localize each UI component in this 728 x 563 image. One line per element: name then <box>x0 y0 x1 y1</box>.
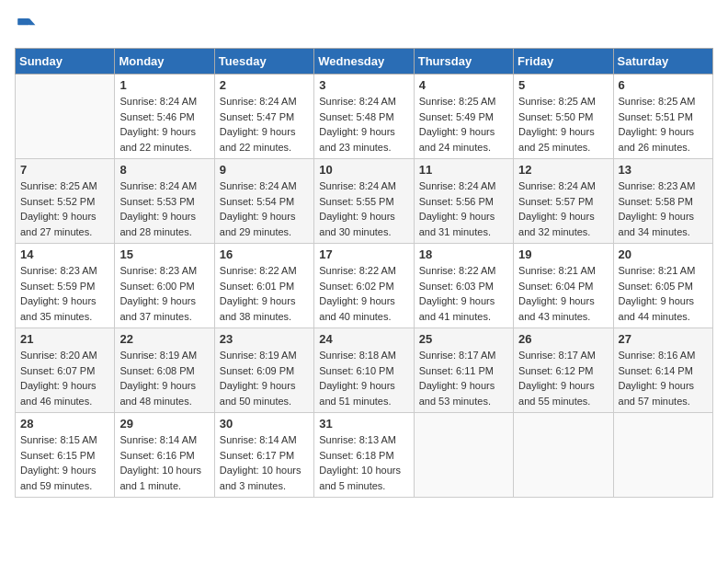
calendar-cell: 13Sunrise: 8:23 AMSunset: 5:58 PMDayligh… <box>613 159 712 244</box>
day-number: 24 <box>319 332 408 346</box>
calendar-cell: 12Sunrise: 8:24 AMSunset: 5:57 PMDayligh… <box>514 159 613 244</box>
day-info: Sunrise: 8:24 AMSunset: 5:55 PMDaylight:… <box>319 178 408 239</box>
day-info: Sunrise: 8:17 AMSunset: 6:12 PMDaylight:… <box>518 348 608 408</box>
calendar-cell: 27Sunrise: 8:16 AMSunset: 6:14 PMDayligh… <box>613 328 712 413</box>
day-info: Sunrise: 8:25 AMSunset: 5:50 PMDaylight:… <box>518 94 608 155</box>
day-info: Sunrise: 8:24 AMSunset: 5:54 PMDaylight:… <box>220 178 309 239</box>
day-number: 31 <box>319 417 408 431</box>
calendar-cell: 24Sunrise: 8:18 AMSunset: 6:10 PMDayligh… <box>314 328 414 413</box>
calendar-cell: 5Sunrise: 8:25 AMSunset: 5:50 PMDaylight… <box>514 75 613 159</box>
calendar-cell: 16Sunrise: 8:22 AMSunset: 6:01 PMDayligh… <box>214 244 313 328</box>
day-number: 18 <box>419 247 508 261</box>
calendar-table: SundayMondayTuesdayWednesdayThursdayFrid… <box>15 48 713 498</box>
weekday-header-friday: Friday <box>514 49 613 75</box>
calendar-week-row: 1Sunrise: 8:24 AMSunset: 5:46 PMDaylight… <box>16 75 713 159</box>
weekday-header-row: SundayMondayTuesdayWednesdayThursdayFrid… <box>16 49 713 75</box>
calendar-cell <box>613 413 712 498</box>
day-info: Sunrise: 8:25 AMSunset: 5:49 PMDaylight:… <box>419 94 508 155</box>
weekday-header-wednesday: Wednesday <box>314 49 414 75</box>
day-number: 25 <box>419 332 508 346</box>
day-info: Sunrise: 8:18 AMSunset: 6:10 PMDaylight:… <box>319 348 408 408</box>
calendar-cell: 9Sunrise: 8:24 AMSunset: 5:54 PMDaylight… <box>214 159 313 244</box>
day-info: Sunrise: 8:24 AMSunset: 5:53 PMDaylight:… <box>119 178 209 239</box>
weekday-header-monday: Monday <box>115 49 214 75</box>
day-number: 6 <box>619 78 708 92</box>
day-info: Sunrise: 8:21 AMSunset: 6:05 PMDaylight:… <box>619 263 708 324</box>
calendar-cell: 30Sunrise: 8:14 AMSunset: 6:17 PMDayligh… <box>214 413 313 498</box>
day-info: Sunrise: 8:23 AMSunset: 5:59 PMDaylight:… <box>20 263 109 324</box>
day-number: 9 <box>220 163 309 177</box>
day-info: Sunrise: 8:13 AMSunset: 6:18 PMDaylight:… <box>319 432 408 493</box>
day-number: 7 <box>20 163 109 177</box>
day-info: Sunrise: 8:21 AMSunset: 6:04 PMDaylight:… <box>518 263 608 324</box>
day-info: Sunrise: 8:19 AMSunset: 6:09 PMDaylight:… <box>220 348 309 408</box>
page-header <box>15 15 713 37</box>
day-info: Sunrise: 8:14 AMSunset: 6:16 PMDaylight:… <box>119 432 209 493</box>
day-number: 10 <box>319 163 408 177</box>
calendar-cell: 15Sunrise: 8:23 AMSunset: 6:00 PMDayligh… <box>115 244 214 328</box>
day-info: Sunrise: 8:17 AMSunset: 6:11 PMDaylight:… <box>419 348 508 408</box>
svg-rect-1 <box>17 18 29 25</box>
day-info: Sunrise: 8:19 AMSunset: 6:08 PMDaylight:… <box>119 348 209 408</box>
calendar-cell: 4Sunrise: 8:25 AMSunset: 5:49 PMDaylight… <box>414 75 513 159</box>
calendar-cell: 17Sunrise: 8:22 AMSunset: 6:02 PMDayligh… <box>314 244 414 328</box>
day-number: 8 <box>119 163 209 177</box>
calendar-cell: 3Sunrise: 8:24 AMSunset: 5:48 PMDaylight… <box>314 75 414 159</box>
calendar-cell: 25Sunrise: 8:17 AMSunset: 6:11 PMDayligh… <box>414 328 513 413</box>
day-number: 21 <box>20 332 109 346</box>
calendar-cell: 7Sunrise: 8:25 AMSunset: 5:52 PMDaylight… <box>16 159 115 244</box>
day-number: 17 <box>319 247 408 261</box>
calendar-week-row: 7Sunrise: 8:25 AMSunset: 5:52 PMDaylight… <box>16 159 713 244</box>
day-info: Sunrise: 8:23 AMSunset: 6:00 PMDaylight:… <box>119 263 209 324</box>
calendar-cell: 21Sunrise: 8:20 AMSunset: 6:07 PMDayligh… <box>16 328 115 413</box>
day-number: 14 <box>20 247 109 261</box>
day-number: 1 <box>119 78 209 92</box>
calendar-cell: 20Sunrise: 8:21 AMSunset: 6:05 PMDayligh… <box>613 244 712 328</box>
day-number: 20 <box>619 247 708 261</box>
calendar-cell <box>16 75 115 159</box>
logo <box>15 15 40 37</box>
day-number: 27 <box>619 332 708 346</box>
weekday-header-saturday: Saturday <box>613 49 712 75</box>
day-number: 11 <box>419 163 508 177</box>
day-number: 15 <box>119 247 209 261</box>
day-number: 2 <box>220 78 309 92</box>
svg-marker-0 <box>29 18 35 25</box>
day-number: 26 <box>518 332 608 346</box>
logo-icon <box>15 15 37 37</box>
day-info: Sunrise: 8:24 AMSunset: 5:47 PMDaylight:… <box>220 94 309 155</box>
calendar-week-row: 14Sunrise: 8:23 AMSunset: 5:59 PMDayligh… <box>16 244 713 328</box>
calendar-week-row: 28Sunrise: 8:15 AMSunset: 6:15 PMDayligh… <box>16 413 713 498</box>
day-number: 4 <box>419 78 508 92</box>
calendar-cell: 1Sunrise: 8:24 AMSunset: 5:46 PMDaylight… <box>115 75 214 159</box>
day-info: Sunrise: 8:15 AMSunset: 6:15 PMDaylight:… <box>20 432 109 493</box>
calendar-cell: 28Sunrise: 8:15 AMSunset: 6:15 PMDayligh… <box>16 413 115 498</box>
calendar-cell: 8Sunrise: 8:24 AMSunset: 5:53 PMDaylight… <box>115 159 214 244</box>
day-info: Sunrise: 8:25 AMSunset: 5:51 PMDaylight:… <box>619 94 708 155</box>
day-info: Sunrise: 8:25 AMSunset: 5:52 PMDaylight:… <box>20 178 109 239</box>
day-number: 12 <box>518 163 608 177</box>
calendar-cell: 6Sunrise: 8:25 AMSunset: 5:51 PMDaylight… <box>613 75 712 159</box>
calendar-cell: 19Sunrise: 8:21 AMSunset: 6:04 PMDayligh… <box>514 244 613 328</box>
calendar-cell: 31Sunrise: 8:13 AMSunset: 6:18 PMDayligh… <box>314 413 414 498</box>
calendar-cell <box>514 413 613 498</box>
day-info: Sunrise: 8:23 AMSunset: 5:58 PMDaylight:… <box>619 178 708 239</box>
calendar-cell: 18Sunrise: 8:22 AMSunset: 6:03 PMDayligh… <box>414 244 513 328</box>
day-info: Sunrise: 8:24 AMSunset: 5:57 PMDaylight:… <box>518 178 608 239</box>
day-info: Sunrise: 8:16 AMSunset: 6:14 PMDaylight:… <box>619 348 708 408</box>
day-number: 19 <box>518 247 608 261</box>
day-number: 28 <box>20 417 109 431</box>
calendar-cell: 22Sunrise: 8:19 AMSunset: 6:08 PMDayligh… <box>115 328 214 413</box>
weekday-header-thursday: Thursday <box>414 49 513 75</box>
calendar-week-row: 21Sunrise: 8:20 AMSunset: 6:07 PMDayligh… <box>16 328 713 413</box>
day-number: 29 <box>119 417 209 431</box>
day-info: Sunrise: 8:22 AMSunset: 6:01 PMDaylight:… <box>220 263 309 324</box>
day-number: 3 <box>319 78 408 92</box>
calendar-cell: 23Sunrise: 8:19 AMSunset: 6:09 PMDayligh… <box>214 328 313 413</box>
day-info: Sunrise: 8:22 AMSunset: 6:03 PMDaylight:… <box>419 263 508 324</box>
weekday-header-sunday: Sunday <box>16 49 115 75</box>
day-number: 22 <box>119 332 209 346</box>
calendar-cell: 2Sunrise: 8:24 AMSunset: 5:47 PMDaylight… <box>214 75 313 159</box>
day-number: 23 <box>220 332 309 346</box>
day-number: 16 <box>220 247 309 261</box>
